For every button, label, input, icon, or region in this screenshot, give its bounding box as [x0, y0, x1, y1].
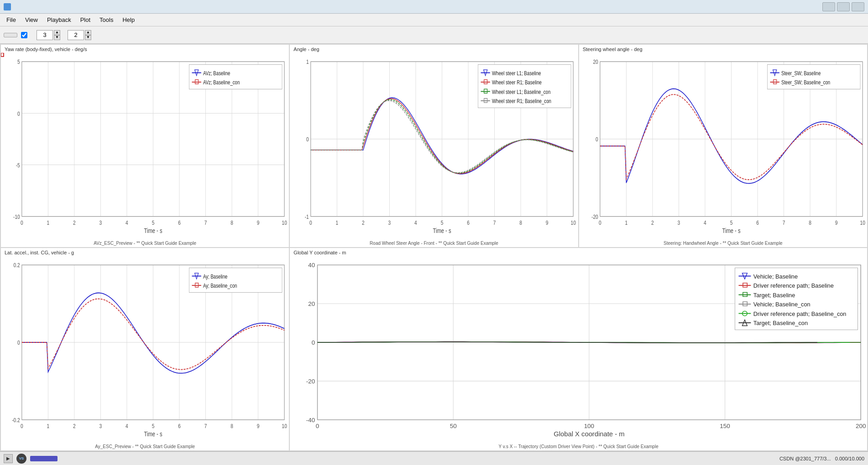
svg-text:10: 10 — [282, 423, 287, 429]
svg-text:Ay; Baseline_con: Ay; Baseline_con — [203, 283, 237, 289]
rows-down-button[interactable]: ▼ — [85, 35, 91, 40]
menu-plot[interactable]: Plot — [76, 15, 95, 25]
svg-text:4: 4 — [125, 220, 128, 226]
svg-text:7: 7 — [204, 220, 207, 226]
svg-text:-20: -20 — [591, 214, 598, 220]
status-icon: VS — [16, 454, 26, 464]
chart-title-2: Angle - deg — [290, 45, 578, 53]
chart-panel-5[interactable]: Global Y coordinate - m 0501001502004020… — [290, 248, 867, 450]
svg-text:1: 1 — [625, 220, 627, 226]
svg-text:Target; Baseline: Target; Baseline — [753, 292, 795, 299]
svg-text:6: 6 — [178, 423, 181, 429]
chart-subtitle-2: Road Wheel Steer Angle - Front - ** Quic… — [290, 240, 578, 247]
restore-button[interactable] — [837, 2, 850, 11]
svg-text:Time - s: Time - s — [144, 430, 162, 438]
menu-file[interactable]: File — [2, 15, 21, 25]
svg-text:0.2: 0.2 — [14, 262, 20, 268]
columns-spinner: ▲ ▼ — [37, 30, 60, 40]
svg-text:7: 7 — [204, 423, 207, 429]
svg-text:4: 4 — [414, 220, 417, 226]
chart-panel-4[interactable]: Lat. accel., inst. CG, vehicle - g 01234… — [1, 248, 289, 450]
chart-title-4: Lat. accel., inst. CG, vehicle - g — [1, 248, 289, 256]
svg-text:0: 0 — [17, 340, 20, 346]
svg-text:Global X coordinate - m: Global X coordinate - m — [554, 430, 625, 438]
svg-text:5: 5 — [17, 59, 20, 65]
close-button[interactable] — [852, 2, 864, 11]
svg-text:AVz; Baseline_con: AVz; Baseline_con — [203, 79, 240, 85]
columns-down-button[interactable]: ▼ — [54, 35, 60, 40]
svg-text:5: 5 — [152, 423, 155, 429]
svg-text:Vehicle; Baseline: Vehicle; Baseline — [753, 274, 798, 280]
status-right-text: CSDN @2301_777/3... 0.000/10.000 — [779, 456, 864, 461]
menu-tools[interactable]: Tools — [95, 15, 118, 25]
auto-arrange-checkbox[interactable] — [21, 32, 27, 38]
svg-text:Ay; Baseline: Ay; Baseline — [203, 274, 228, 279]
svg-text:150: 150 — [720, 423, 730, 429]
svg-text:6: 6 — [756, 220, 759, 226]
chart-panel-2[interactable]: Angle - deg 01234567891010-1Time - s Whe… — [290, 45, 578, 247]
chart-title-3: Steering wheel angle - deg — [579, 45, 867, 53]
rows-up-button[interactable]: ▲ — [85, 30, 91, 35]
toolbar: ▲ ▼ ▲ ▼ — [0, 26, 868, 44]
chart-panel-3[interactable]: Steering wheel angle - deg 0123456789102… — [579, 45, 867, 247]
columns-input[interactable] — [37, 30, 53, 40]
svg-text:1: 1 — [47, 220, 50, 226]
chart-panel-1[interactable]: Yaw rate (body-fixed), vehicle - deg/s 0… — [1, 45, 289, 247]
svg-text:Steer_SW; Baseline_con: Steer_SW; Baseline_con — [781, 79, 830, 85]
svg-text:50: 50 — [450, 423, 457, 429]
svg-text:8: 8 — [230, 423, 233, 429]
svg-text:2: 2 — [73, 220, 76, 226]
svg-text:100: 100 — [584, 423, 594, 429]
svg-text:7: 7 — [782, 220, 785, 226]
svg-text:10: 10 — [860, 220, 865, 226]
menu-help[interactable]: Help — [118, 15, 139, 25]
svg-text:0: 0 — [306, 136, 309, 142]
svg-text:0: 0 — [312, 339, 315, 346]
svg-text:0: 0 — [596, 136, 598, 142]
menu-view[interactable]: View — [21, 15, 42, 25]
rows-input[interactable] — [68, 30, 84, 40]
svg-text:10: 10 — [282, 220, 287, 226]
arrange-button[interactable] — [4, 33, 17, 37]
svg-text:3: 3 — [677, 220, 680, 226]
charts-area: Yaw rate (body-fixed), vehicle - deg/s 0… — [0, 44, 868, 451]
chart-subtitle-4: Ay_ESC_Preview - ** Quick Start Guide Ex… — [1, 443, 289, 450]
svg-text:Target; Baseline_con: Target; Baseline_con — [753, 320, 808, 326]
svg-text:Vehicle; Baseline_con: Vehicle; Baseline_con — [753, 301, 810, 308]
svg-text:Driver reference path; Baselin: Driver reference path; Baseline_con — [753, 311, 847, 317]
svg-text:2: 2 — [73, 423, 76, 429]
svg-text:-40: -40 — [306, 417, 315, 424]
title-bar — [0, 0, 868, 14]
svg-text:-5: -5 — [16, 162, 20, 168]
svg-text:0: 0 — [316, 423, 319, 429]
svg-text:1: 1 — [336, 220, 339, 226]
svg-text:5: 5 — [152, 220, 155, 226]
svg-text:Driver reference path; Baselin: Driver reference path; Baseline — [753, 283, 834, 289]
minimize-button[interactable] — [822, 2, 835, 11]
svg-text:10: 10 — [571, 220, 576, 226]
svg-text:0: 0 — [17, 110, 20, 116]
svg-text:2: 2 — [651, 220, 654, 226]
svg-text:5: 5 — [441, 220, 444, 226]
status-progress-bar — [30, 456, 58, 461]
rows-spinner: ▲ ▼ — [68, 30, 91, 40]
svg-text:8: 8 — [230, 220, 233, 226]
svg-text:7: 7 — [493, 220, 496, 226]
chart-subtitle-3: Steering: Handwheel Angle - ** Quick Sta… — [579, 240, 867, 247]
svg-text:4: 4 — [704, 220, 706, 226]
columns-up-button[interactable]: ▲ — [54, 30, 60, 35]
svg-text:0: 0 — [599, 220, 601, 226]
svg-text:3: 3 — [99, 220, 102, 226]
auto-arrange-label[interactable] — [21, 32, 29, 38]
svg-text:20: 20 — [309, 301, 315, 308]
chart-title-1: Yaw rate (body-fixed), vehicle - deg/s — [1, 45, 289, 53]
svg-text:Time - s: Time - s — [144, 227, 162, 234]
svg-text:9: 9 — [257, 423, 260, 429]
play-button[interactable]: ▶ — [4, 454, 13, 463]
status-bar: ▶ VS CSDN @2301_777/3... 0.000/10.000 — [0, 451, 868, 465]
svg-text:20: 20 — [593, 59, 598, 65]
window-controls — [822, 2, 864, 11]
svg-text:Steer_SW; Baseline: Steer_SW; Baseline — [781, 70, 821, 76]
chart-subtitle-1: AVz_ESC_Preview - ** Quick Start Guide E… — [1, 240, 289, 247]
menu-playback[interactable]: Playback — [42, 15, 76, 25]
